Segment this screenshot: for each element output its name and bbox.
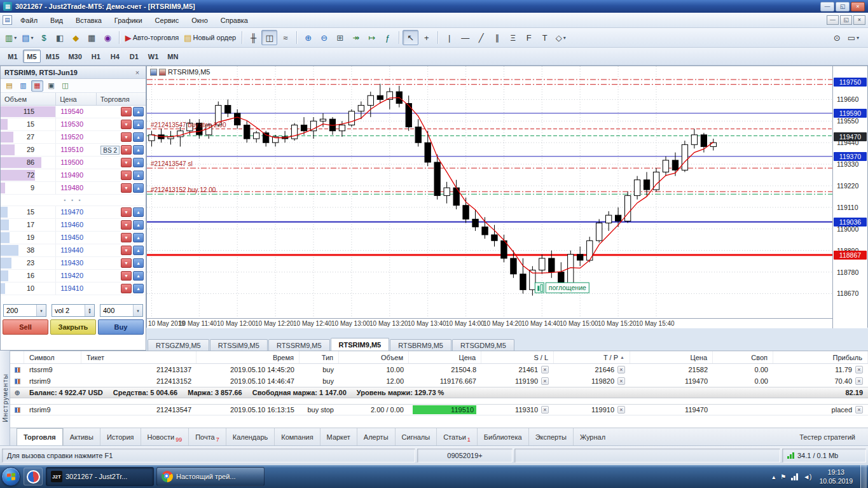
buy-at-price-button[interactable]: ▴ <box>133 258 144 268</box>
network-icon[interactable] <box>791 473 798 480</box>
chart-tab-rtsgdm9[interactable]: RTSGDM9,M5 <box>452 339 514 351</box>
bottom-tab-history[interactable]: История <box>100 428 141 445</box>
chart-tab-rtsbrm9[interactable]: RTSBRM9,M5 <box>390 339 451 351</box>
taskbar-button-j2t-terminal[interactable]: J2T3021267 - Just2Tr... <box>46 467 154 486</box>
price-value[interactable]: 119470 <box>56 206 96 218</box>
dom-book-button[interactable]: ▣ <box>45 80 57 92</box>
action-center-icon[interactable]: ⚑ <box>780 473 786 480</box>
menu-view[interactable]: Вид <box>44 14 69 27</box>
sell-at-price-button[interactable]: ▾ <box>121 145 132 155</box>
child-close-button[interactable]: × <box>853 15 865 25</box>
timeframe-m1[interactable]: M1 <box>4 50 22 63</box>
strategy-tester-button[interactable]: ◉ <box>100 30 116 45</box>
hidden-icons-button[interactable]: ▴ <box>772 473 775 480</box>
crosshair-button[interactable]: + <box>418 30 434 45</box>
chevron-down-icon[interactable]: ▾ <box>36 305 46 316</box>
column-header-2[interactable]: Тикет <box>81 351 196 363</box>
close-button[interactable]: × <box>851 2 865 11</box>
bottom-tab-company[interactable]: Компания <box>274 428 319 445</box>
text-label-button[interactable]: T <box>537 30 553 45</box>
bottom-tab-trade[interactable]: Торговля <box>17 428 63 445</box>
dom-new-order-button[interactable]: ▤ <box>3 80 15 92</box>
bottom-tab-journal[interactable]: Журнал <box>573 428 612 445</box>
column-header-7[interactable]: S / L <box>481 351 554 363</box>
chevron-down-icon[interactable]: ▾ <box>133 305 142 316</box>
toolbox-side-tab[interactable]: Инструменты <box>0 351 10 445</box>
remove-icon[interactable]: × <box>541 366 549 373</box>
search-button[interactable]: ⊙ <box>829 30 845 45</box>
sell-at-price-button[interactable]: ▾ <box>121 220 132 230</box>
order-row[interactable]: rtsrim92124135472019.05.10 16:13:15buy s… <box>10 404 868 415</box>
bottom-tab-library[interactable]: Библиотека <box>477 428 528 445</box>
sell-at-price-button[interactable]: ▾ <box>121 171 132 180</box>
timeframe-h4[interactable]: H4 <box>106 50 124 63</box>
sell-at-price-button[interactable]: ▾ <box>121 271 132 281</box>
shapes-button[interactable]: F <box>521 30 537 45</box>
bottom-tab-articles[interactable]: Статьи1 <box>436 428 477 445</box>
dom-chart-button[interactable]: ▥ <box>17 80 29 92</box>
column-header-4[interactable]: Тип <box>300 351 339 363</box>
price-value[interactable]: 119500 <box>56 157 96 169</box>
dom-column-header[interactable]: Цена <box>56 93 96 105</box>
horizontal-line-button[interactable]: — <box>457 30 473 45</box>
line-chart-button[interactable]: ≈ <box>277 30 293 45</box>
profiles-button[interactable]: ▤▾ <box>19 30 36 45</box>
restore-button[interactable]: ◱ <box>836 2 850 11</box>
volume-icon[interactable]: ◄) <box>803 473 811 480</box>
buy-at-price-button[interactable]: ▴ <box>133 220 144 230</box>
column-header-1[interactable]: Символ <box>24 351 81 363</box>
equidistant-channel-button[interactable]: ∥ <box>489 30 505 45</box>
column-header-3[interactable]: Время <box>196 351 300 363</box>
column-header-11[interactable]: Прибыль <box>773 351 868 363</box>
indicators-button[interactable]: ƒ <box>380 30 396 45</box>
child-restore-button[interactable]: ◱ <box>840 15 852 25</box>
sell-at-price-button[interactable]: ▾ <box>121 132 132 142</box>
timeframe-h1[interactable]: H1 <box>87 50 105 63</box>
strategy-tester-link[interactable]: Тестер стратегий <box>793 433 862 441</box>
bottom-tab-alerts[interactable]: Алерты <box>357 428 395 445</box>
candles-chart-button[interactable]: ◫ <box>261 30 277 45</box>
buy-at-price-button[interactable]: ▴ <box>133 158 144 167</box>
buy-at-price-button[interactable]: ▴ <box>133 284 144 293</box>
arrow-objects-button[interactable]: ◇▾ <box>553 30 568 45</box>
child-minimize-button[interactable]: — <box>827 15 839 25</box>
timeframe-mn[interactable]: MN <box>163 50 182 63</box>
sl-points-input[interactable] <box>4 307 36 314</box>
price-value[interactable]: 119450 <box>56 232 96 244</box>
bars-chart-button[interactable]: ╫ <box>245 30 261 45</box>
bottom-tab-news[interactable]: Новости99 <box>141 428 189 445</box>
chart-tab-rtssrm9[interactable]: RTSSRM9,M5 <box>268 339 330 351</box>
price-value[interactable]: 119490 <box>56 169 96 181</box>
remove-icon[interactable]: × <box>855 377 863 385</box>
bottom-tab-signals[interactable]: Сигналы <box>395 428 437 445</box>
sell-at-price-button[interactable]: ▾ <box>121 207 132 217</box>
remove-icon[interactable]: × <box>617 406 625 414</box>
dom-time-sales-button[interactable]: ◫ <box>59 80 71 92</box>
timeframe-m30[interactable]: M30 <box>64 50 85 63</box>
buy-at-price-button[interactable]: ▴ <box>133 120 144 129</box>
remove-icon[interactable]: × <box>855 366 863 373</box>
chart-shift-button[interactable]: ↦ <box>364 30 380 45</box>
show-desktop-button[interactable] <box>860 465 867 488</box>
column-header-8[interactable]: T / P▲ <box>554 351 630 363</box>
remove-icon[interactable]: × <box>617 377 625 385</box>
start-button[interactable] <box>1 467 20 486</box>
column-header-5[interactable]: Объем <box>339 351 409 363</box>
auto-scroll-button[interactable]: ↠ <box>348 30 364 45</box>
bottom-tab-mailbox[interactable]: Почта7 <box>188 428 226 445</box>
price-value[interactable]: 119440 <box>56 244 96 256</box>
column-header-9[interactable]: Цена <box>630 351 713 363</box>
taskbar-clock[interactable]: 19:13 10.05.2019 <box>816 468 855 485</box>
buy-button[interactable]: Buy <box>98 319 144 335</box>
buy-at-price-button[interactable]: ▴ <box>133 246 144 255</box>
timeframe-m5[interactable]: M5 <box>23 50 41 63</box>
fibonacci-button[interactable]: Ξ <box>505 30 521 45</box>
menu-help[interactable]: Справка <box>214 14 254 27</box>
menu-insert[interactable]: Вставка <box>69 14 108 27</box>
sell-at-price-button[interactable]: ▾ <box>121 120 132 129</box>
buy-at-price-button[interactable]: ▴ <box>133 132 144 142</box>
candlestick-chart[interactable]: #212413547 buy stop 2.00#212413547 sl#21… <box>147 66 832 318</box>
sell-at-price-button[interactable]: ▾ <box>121 258 132 268</box>
timeframe-m15[interactable]: M15 <box>42 50 63 63</box>
sell-at-price-button[interactable]: ▾ <box>121 233 132 242</box>
